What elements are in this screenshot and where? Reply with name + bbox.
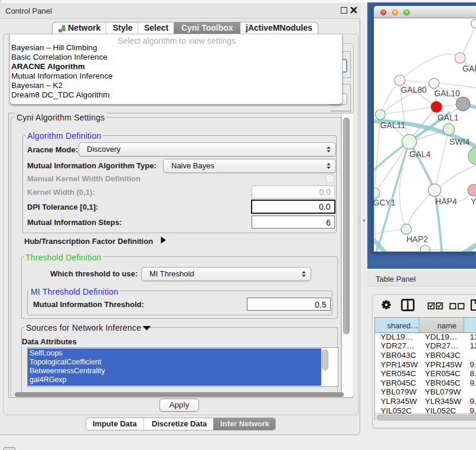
svg-text:GCY1: GCY1 [374, 198, 396, 207]
svg-text:YJ: YJ [471, 197, 476, 206]
svg-text:GAL1: GAL1 [438, 113, 459, 122]
svg-text:SWI4: SWI4 [449, 137, 470, 146]
svg-text:HAP4: HAP4 [435, 197, 457, 206]
svg-text:GAL4: GAL4 [409, 149, 431, 159]
svg-text:HAP2: HAP2 [406, 234, 428, 244]
svg-text:GAL10: GAL10 [434, 89, 460, 98]
svg-text:GAL80: GAL80 [401, 85, 427, 94]
svg-text:GAL11: GAL11 [380, 120, 406, 130]
svg-text:GAL7: GAL7 [462, 64, 476, 73]
